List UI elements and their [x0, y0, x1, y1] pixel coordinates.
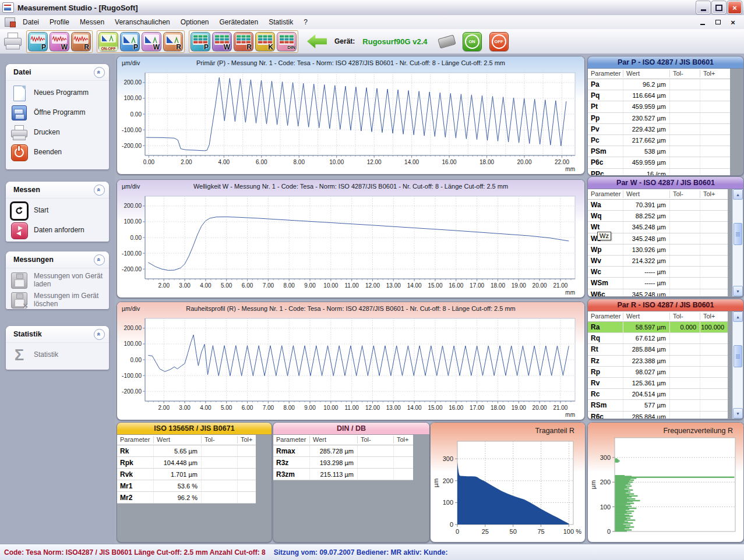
param-row-pv[interactable]: Pv229.432 µm: [588, 124, 730, 135]
param-row-ppc[interactable]: PPc16 /cm: [588, 169, 730, 176]
param-tol-minus-cell: [669, 233, 700, 244]
param-row-rv[interactable]: Rv125.361 µm: [588, 378, 728, 389]
collapse-chevron-icon[interactable]: «: [94, 67, 105, 78]
param-row-wv[interactable]: Wv214.322 µm: [588, 256, 728, 267]
sidebar-item-messungen-von-ger-t-laden[interactable]: Messungen von Gerät laden: [10, 271, 107, 290]
param-row-rpk[interactable]: Rpk104.448 µm: [117, 457, 256, 469]
toolbar-button-profile-buttons-w[interactable]: W: [50, 32, 69, 51]
sidebar-item-drucken[interactable]: Drucken: [10, 123, 107, 143]
menu-item-veranschaulichen[interactable]: Veranschaulichen: [110, 16, 175, 28]
param-row-r6c[interactable]: R6c285.884 µm: [588, 412, 728, 419]
param-row-rvk[interactable]: Rvk1.701 µm: [117, 469, 256, 480]
mdi-minimize-button[interactable]: [699, 18, 707, 26]
sidebar-item-daten-anfordern[interactable]: Daten anfordern: [10, 221, 107, 240]
param-value-cell: 70.391 µm: [623, 200, 669, 210]
scroll-up-button[interactable]: ▲: [733, 189, 743, 200]
back-arrow-icon[interactable]: [307, 34, 327, 48]
param-row-psm[interactable]: PSm538 µm: [588, 146, 730, 157]
param-row-rk[interactable]: Rk5.65 µm: [117, 445, 256, 457]
toolbar-button-label: R: [84, 43, 89, 51]
toolbar-button-view-buttons-on-off[interactable]: ON-OFF: [98, 32, 118, 51]
vertical-scrollbar[interactable]: ▲▼: [732, 189, 743, 296]
param-row-pq[interactable]: Pq116.664 µm: [588, 90, 730, 101]
param-row-wa[interactable]: Wa70.391 µm: [588, 200, 728, 211]
sidebar-item-statistik[interactable]: ΣStatistik: [10, 345, 107, 365]
sidebar-item-ffne-programm[interactable]: Öffne Programm: [10, 103, 107, 123]
table-title: Par P - ISO 4287 / JIS B0601: [588, 56, 743, 69]
menu-item-ger-tedaten[interactable]: Gerätedaten: [214, 16, 264, 28]
table-column-header: ParameterWertTol-Tol+: [273, 435, 413, 445]
toolbar-button-view-buttons-r[interactable]: R: [163, 32, 183, 51]
param-row-mr1[interactable]: Mr153.6 %: [117, 480, 256, 492]
toolbar-button-table-buttons-w[interactable]: W: [212, 32, 232, 51]
param-row-pp[interactable]: Pp230.527 µm: [588, 113, 730, 124]
menu-item-datei[interactable]: Datei: [17, 16, 44, 28]
param-row-mr2[interactable]: Mr296.2 %: [117, 492, 256, 504]
param-row-pa[interactable]: Pa96.2 µm: [588, 79, 730, 90]
param-row-wq[interactable]: Wq88.252 µm: [588, 211, 728, 222]
vertical-scrollbar[interactable]: ▲▼: [732, 311, 743, 419]
param-value-cell: 345.248 µm: [623, 233, 669, 244]
sidebar-item-messungen-im-ger-t-l-schen[interactable]: ×Messungen im Gerät löschen: [10, 290, 107, 309]
param-row-wc[interactable]: Wc----- µm: [588, 267, 728, 278]
param-row-rt[interactable]: Rt285.884 µm: [588, 344, 728, 355]
device-off-button[interactable]: OFF: [489, 32, 509, 51]
minimize-button[interactable]: [696, 1, 710, 14]
sidebar-item-beenden[interactable]: Beenden: [10, 143, 107, 162]
menu-item-profile[interactable]: Profile: [44, 16, 75, 28]
param-row-rq[interactable]: Rq67.612 µm: [588, 333, 728, 344]
mdi-restore-button[interactable]: [714, 18, 722, 26]
toolbar-button-table-buttons-p[interactable]: P: [191, 32, 210, 51]
param-row-w6c[interactable]: W6c345.248 µm: [588, 289, 728, 297]
toolbar-button-profile-buttons-r[interactable]: R: [71, 32, 91, 51]
param-name-cell: Pv: [588, 124, 623, 134]
scroll-down-button[interactable]: ▼: [733, 286, 743, 296]
toolbar-button-view-buttons-p[interactable]: P: [120, 32, 140, 51]
param-row-p6c[interactable]: P6c459.959 µm: [588, 157, 730, 168]
collapse-chevron-icon[interactable]: «: [94, 185, 105, 196]
svg-text:100.00: 100.00: [124, 341, 142, 347]
toolbar-button-table-buttons-r[interactable]: R: [234, 32, 253, 51]
toolbar-button-table-buttons-din[interactable]: DIN: [277, 32, 297, 51]
param-row-ra[interactable]: Ra58.597 µm0.000100.000: [588, 322, 728, 333]
param-tol-minus-cell: [669, 256, 700, 266]
menu-item-help[interactable]: ?: [298, 16, 313, 28]
print-toolbar-icon[interactable]: [3, 33, 22, 50]
restore-button[interactable]: [712, 1, 726, 14]
collapse-chevron-icon[interactable]: «: [94, 329, 105, 340]
svg-text:16.00: 16.00: [442, 159, 457, 165]
param-row-wsm[interactable]: WSm----- µm: [588, 278, 728, 289]
scroll-up-button[interactable]: ▲: [733, 311, 743, 322]
param-row-rp[interactable]: Rp98.027 µm: [588, 367, 728, 378]
parameter-table: ParameterWertTol-Tol+Ra58.597 µm0.000100…: [588, 311, 728, 419]
param-row-r3z[interactable]: R3z193.298 µm: [273, 457, 413, 469]
toolbar-button-table-buttons-k[interactable]: K: [255, 32, 275, 51]
param-row-r3zm[interactable]: R3zm215.113 µm: [273, 469, 413, 480]
sidebar-item-neues-programm[interactable]: Neues Programm: [10, 83, 107, 103]
device-on-button[interactable]: ON: [463, 32, 482, 51]
svg-text:20.00: 20.00: [517, 159, 531, 165]
toolbar-button-view-buttons-w[interactable]: W: [142, 32, 161, 51]
menu-item-optionen[interactable]: Optionen: [175, 16, 214, 28]
toolbar-button-profile-buttons-p[interactable]: P: [28, 32, 48, 51]
param-row-pt[interactable]: Pt459.959 µm: [588, 101, 730, 112]
scrollbar-thumb[interactable]: [734, 345, 742, 367]
menu-item-statistik[interactable]: Statistik: [263, 16, 298, 28]
scrollbar-thumb[interactable]: [734, 223, 742, 245]
menu-item-messen[interactable]: Messen: [75, 16, 110, 28]
param-row-rc[interactable]: Rc204.514 µm: [588, 389, 728, 400]
param-row-rmax[interactable]: Rmax285.728 µm: [273, 445, 413, 457]
param-row-wp[interactable]: Wp130.926 µm: [588, 244, 728, 256]
param-value-cell: 88.252 µm: [623, 211, 669, 221]
close-button[interactable]: ×: [728, 1, 742, 14]
param-row-pc[interactable]: Pc217.662 µm: [588, 135, 730, 146]
mdi-close-button[interactable]: ×: [729, 18, 737, 26]
param-value-cell: 577 µm: [623, 400, 669, 410]
sidebar-item-start[interactable]: Start: [10, 201, 107, 221]
param-row-rz[interactable]: Rz223.388 µm: [588, 356, 728, 367]
param-value-cell: 98.027 µm: [623, 367, 669, 377]
param-row-rsm[interactable]: RSm577 µm: [588, 400, 728, 411]
collapse-chevron-icon[interactable]: «: [94, 254, 105, 265]
scroll-down-button[interactable]: ▼: [733, 408, 743, 419]
svg-text:-100.00: -100.00: [122, 373, 142, 379]
